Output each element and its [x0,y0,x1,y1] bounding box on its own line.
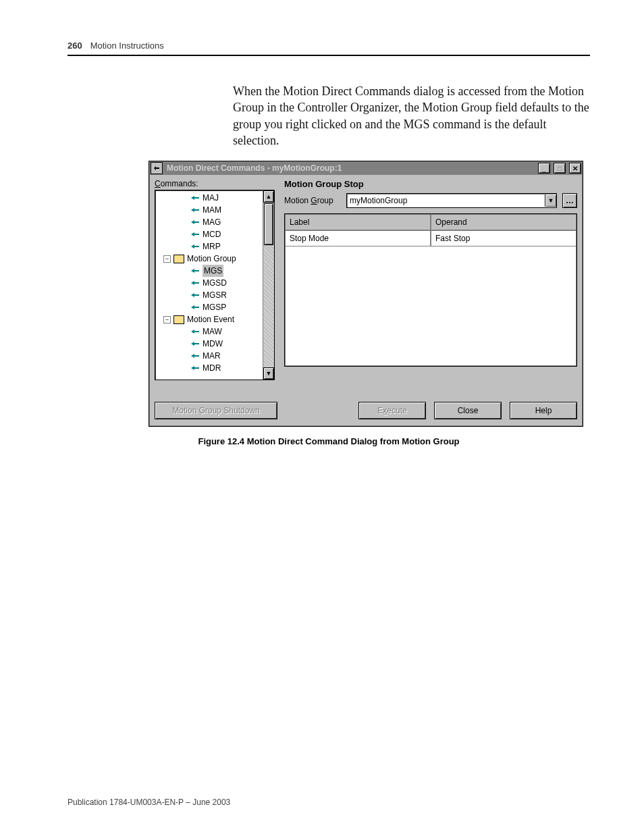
command-title: Motion Group Stop [284,179,577,189]
motion-group-label: Motion Group [284,196,341,205]
chevron-down-icon[interactable]: ▼ [545,194,556,207]
tree-item[interactable]: MDW [158,338,261,350]
grid-cell-operand[interactable]: Fast Stop [431,230,576,246]
titlebar[interactable]: Motion Direct Commands - myMotionGroup:1… [149,161,583,175]
collapse-icon[interactable]: − [163,255,171,263]
minimize-button[interactable]: _ [538,163,550,174]
command-icon [190,292,200,299]
tree-item[interactable]: MAM [158,204,261,216]
grid-cell-label[interactable]: Stop Mode [285,230,431,246]
tree-item[interactable]: MRP [158,240,261,253]
execute-button[interactable]: Execute [358,402,426,419]
close-button-bottom[interactable]: Close [434,402,502,419]
page-number: 260 [68,41,82,51]
scroll-thumb[interactable] [264,203,273,245]
tree-item[interactable]: MGSR [158,289,261,301]
window-title: Motion Direct Commands - myMotionGroup:1 [165,163,535,173]
tree-item-mgs[interactable]: MGS [158,265,261,277]
command-icon [190,207,200,214]
folder-icon [173,315,184,324]
maximize-button[interactable]: □ [554,163,566,174]
grid-empty-area [285,246,576,366]
command-icon [190,267,200,275]
operand-grid[interactable]: Label Operand Stop Mode Fast Stop [284,213,577,367]
command-icon [190,304,200,311]
tree-item[interactable]: MGSP [158,301,261,313]
browse-button[interactable]: … [562,193,577,208]
motion-group-combo[interactable]: myMotionGroup ▼ [346,193,557,208]
figure-caption: Figure 12.4 Motion Direct Command Dialog… [68,436,590,446]
command-icon [190,280,200,287]
command-icon [190,328,200,336]
motion-group-shutdown-button[interactable]: Motion Group Shutdown [155,402,277,419]
tree-item[interactable]: MAG [158,216,261,228]
command-icon [190,340,200,348]
tree-item[interactable]: MCD [158,228,261,240]
command-icon [190,194,200,202]
folder-icon [173,255,184,263]
scroll-down-icon[interactable]: ▼ [263,367,274,380]
tree-item[interactable]: MAW [158,325,261,338]
intro-paragraph: When the Motion Direct Commands dialog i… [233,83,590,149]
tree-item[interactable]: MAJ [158,192,261,204]
scroll-up-icon[interactable]: ▲ [263,190,274,203]
grid-header-operand: Operand [431,214,576,230]
motion-group-value: myMotionGroup [347,196,545,205]
tree-scrollbar[interactable]: ▲ ▼ [263,190,274,380]
sysmenu-icon[interactable] [151,162,163,174]
commands-label: Commands: [155,179,275,188]
tree-item[interactable]: MAR [158,350,261,362]
help-button[interactable]: Help [510,402,577,419]
page-header: 260 Motion Instructions [68,41,590,51]
tree-item[interactable]: MGSD [158,277,261,289]
command-icon [190,231,200,238]
commands-tree[interactable]: MAJ MAM MAG MCD MRP − Motion Group MGS [155,190,275,380]
tree-folder-motion-event[interactable]: − Motion Event [158,313,261,325]
motion-direct-commands-dialog: Motion Direct Commands - myMotionGroup:1… [149,161,583,427]
tree-folder-motion-group[interactable]: − Motion Group [158,253,261,265]
header-rule [68,55,590,56]
command-icon [190,243,200,251]
page-footer: Publication 1784-UM003A-EN-P – June 2003 [68,798,230,807]
collapse-icon[interactable]: − [163,316,171,323]
scroll-track[interactable] [263,246,274,367]
section-title: Motion Instructions [90,41,164,51]
close-button[interactable]: ✕ [569,163,581,174]
command-icon [190,365,200,372]
command-icon [190,219,200,226]
grid-header-label: Label [285,214,431,230]
command-icon [190,353,200,360]
tree-item[interactable]: MDR [158,362,261,374]
